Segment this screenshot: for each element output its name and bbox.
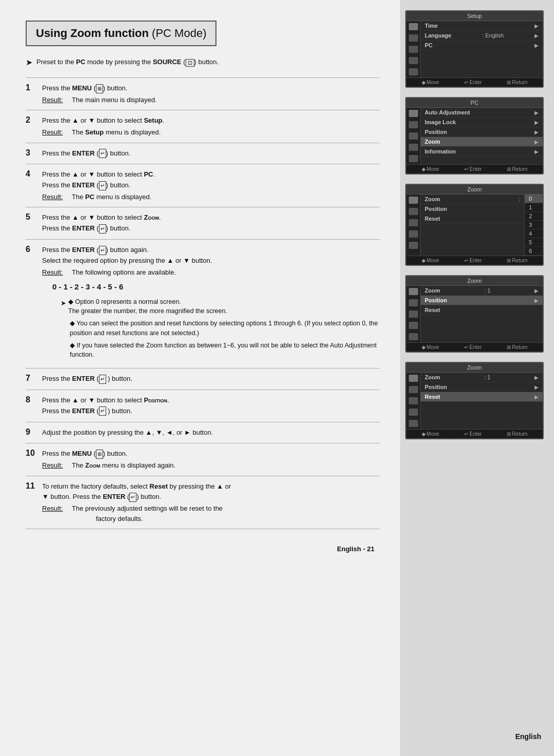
menu-row: Zoom : 1 ▶: [421, 373, 543, 382]
move-label: Move: [427, 258, 439, 263]
row-label: Zoom: [425, 196, 440, 202]
menu-row: Information ▶: [421, 147, 543, 157]
screen-body: Auto Adjustment ▶ Image Lock ▶ Position …: [406, 108, 543, 164]
screen-bottom-bar: ◆ Move ↵ Enter ⊞ Return: [406, 342, 543, 352]
row-label: Position: [425, 206, 447, 212]
row-label: Position: [425, 384, 447, 390]
result-label: Result:: [42, 460, 67, 471]
screen-icons-col: [406, 286, 421, 342]
menu-row: Position ▶: [421, 127, 543, 137]
screen-title: Zoom: [406, 363, 543, 373]
result-label: Result:: [42, 127, 67, 138]
menu-row: Auto Adjustment ▶: [421, 108, 543, 118]
screen-body: Time ▶ Language : English ▶ PC ▶: [406, 21, 543, 77]
step-number: 4: [26, 164, 40, 207]
screen-icon: [409, 34, 418, 42]
enter-label: Enter: [469, 344, 482, 350]
step-row: 2 Press the ▲ or ▼ button to select Setu…: [26, 110, 380, 143]
screen-pc: PC Auto Adjustment ▶ Image Lock: [405, 97, 544, 175]
page-title: Using Zoom function (PC Mode): [36, 27, 206, 40]
right-panel: Setup Time ▶ Language : Englis: [400, 0, 554, 756]
row-label: Position: [425, 297, 447, 303]
return-label: Return: [512, 431, 527, 437]
zoom-menu-items: Zoom : Position Reset: [421, 195, 524, 256]
spacer: [421, 315, 543, 331]
screen-icon: [409, 322, 418, 329]
zoom-num-3: 3: [525, 221, 543, 229]
step-number: 10: [26, 443, 40, 476]
menu-row-highlighted: Position ▶: [421, 296, 543, 305]
result-text: The main menu is displayed.: [72, 95, 156, 105]
move-label: Move: [427, 166, 439, 172]
step-row: 9 Adjust the position by pressing the ▲,…: [26, 422, 380, 443]
footer-language-label: English: [515, 732, 541, 741]
arrow-icon: ➤: [61, 299, 66, 308]
menu-row: Zoom :: [421, 195, 524, 204]
arrow-icon: ▶: [535, 375, 539, 380]
screen-icons-col: [406, 108, 421, 164]
step-row: 10 Press the MENU (⊞) button. Result: Th…: [26, 443, 380, 476]
screen-icon: [409, 299, 418, 306]
result-label: Result:: [42, 267, 67, 278]
bullet-points: ➤ ◆ Option 0 represents a normal screen.…: [61, 297, 380, 360]
step-row: 1 Press the MENU (⊞) button. Result: The…: [26, 78, 380, 110]
bullet-item: ◆ If you have selected the Zoom function…: [61, 341, 380, 360]
screen-icon: [409, 155, 418, 162]
return-icon: ⊞: [507, 258, 511, 263]
step-row: 11 To return the factory defaults, selec…: [26, 476, 380, 529]
footer-container: English: [405, 732, 544, 746]
screen-icon: [409, 57, 418, 64]
step-number: 2: [26, 110, 40, 143]
bottom-bar-enter: ↵ Enter: [464, 258, 482, 263]
step-content: To return the factory defaults, select R…: [40, 476, 380, 529]
row-label: Language: [425, 32, 451, 38]
bottom-bar-move: ◆ Move: [422, 80, 439, 85]
arrow-icon: ▶: [535, 33, 539, 38]
footer-language: English - 21: [337, 545, 374, 553]
source-icon: ⊡: [186, 59, 194, 67]
bullet-item: ➤ ◆ Option 0 represents a normal screen.…: [61, 297, 380, 317]
step-number: 11: [26, 476, 40, 529]
screen-icon: [409, 46, 418, 53]
zoom-num-2: 2: [525, 212, 543, 221]
step-content: Press the ▲ or ▼ button to select PC. Pr…: [40, 164, 380, 207]
screen-menu-col: Zoom : 1 ▶ Position ▶ Reset: [421, 286, 543, 342]
screen-title: Zoom: [406, 276, 543, 286]
enter-icon: ↵: [99, 375, 106, 384]
arrow-icon: ▶: [535, 384, 539, 390]
row-label: Reset: [425, 216, 440, 222]
move-icon: ◆: [422, 431, 426, 437]
step-row: 5 Press the ▲ or ▼ button to select Zoom…: [26, 207, 380, 240]
step-content: Press the ENTER (↵) button again. Select…: [40, 240, 380, 369]
enter-label: Enter: [469, 80, 482, 85]
screen-icon: [409, 409, 418, 416]
screen-menu-col: Zoom : 1 ▶ Position ▶ Reset ▶: [421, 373, 543, 429]
screen-icon: [409, 68, 418, 75]
enter-label: Enter: [469, 431, 482, 437]
step-number: 1: [26, 78, 40, 110]
result-label: Result:: [42, 192, 67, 202]
options-line: 0 - 1 - 2 - 3 - 4 - 5 - 6: [52, 281, 380, 293]
spacer: [421, 402, 543, 417]
screen-bottom-bar: ◆ Move ↵ Enter ⊞ Return: [406, 164, 543, 173]
screen-title: Setup: [406, 11, 543, 21]
enter-icon: ↵: [99, 149, 106, 158]
bottom-bar-move: ◆ Move: [422, 166, 439, 172]
move-label: Move: [427, 344, 439, 350]
row-value: :: [519, 196, 520, 202]
arrow-right-icon: ➤: [26, 57, 32, 67]
result-text: The Zoom menu is displayed again.: [72, 460, 175, 471]
page: Using Zoom function (PC Mode) ➤ Preset t…: [0, 0, 554, 756]
spacer: [421, 224, 524, 229]
screen-icon: [409, 110, 418, 117]
menu-row: PC ▶: [421, 41, 543, 50]
page-title-box: Using Zoom function (PC Mode): [26, 21, 216, 46]
screen-title: Zoom: [406, 185, 543, 195]
screen-icon: [409, 121, 418, 128]
enter-icon: ↵: [99, 406, 106, 416]
menu-row: Reset: [421, 305, 543, 315]
preset-line: ➤ Preset to the PC mode by pressing the …: [26, 57, 380, 67]
enter-icon: ↵: [99, 246, 106, 255]
screen-zoom-position: Zoom Zoom : 1 ▶ Position: [405, 275, 544, 353]
step-content: Press the ▲ or ▼ button to select Zoom. …: [40, 207, 380, 240]
